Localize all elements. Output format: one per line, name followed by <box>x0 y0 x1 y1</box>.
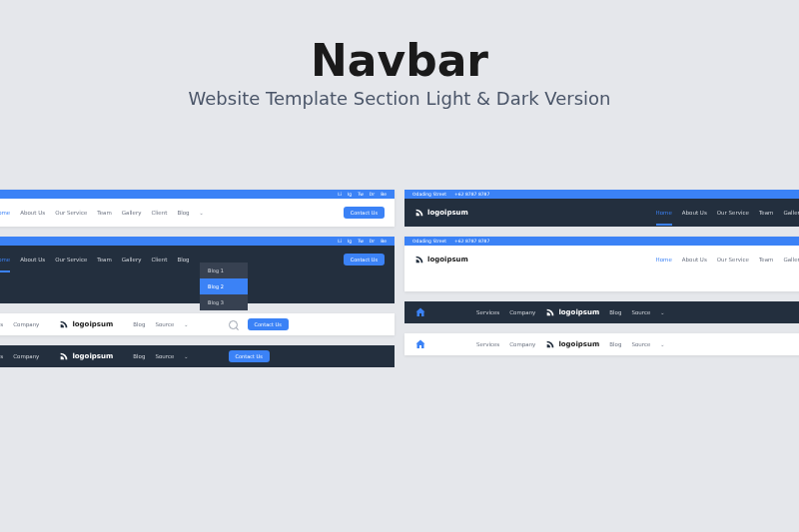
chevron-down-icon: ⌄ <box>660 309 664 315</box>
nav-about[interactable]: About Us <box>20 257 45 263</box>
navbar-variant-5-dark: Odading Street +62 8787 8787 logoipsum H… <box>404 190 799 227</box>
nav-home[interactable]: Home <box>0 257 10 263</box>
contact-button[interactable]: Contact Us <box>248 318 289 330</box>
nav-home[interactable]: Home <box>656 257 672 263</box>
contact-street: Odading Street <box>412 192 446 197</box>
nav-blog[interactable]: Blog <box>177 257 189 263</box>
social-link-li[interactable]: Li <box>338 192 342 197</box>
home-icon[interactable] <box>414 338 426 350</box>
nav-client[interactable]: Client <box>151 257 167 263</box>
social-link-dr[interactable]: Dr <box>370 192 375 197</box>
nav-blog[interactable]: Blog <box>133 321 145 327</box>
nav-service[interactable]: Our Service <box>55 210 87 216</box>
brand-name: logoipsum <box>558 340 599 348</box>
nav-about[interactable]: About Us <box>20 210 45 216</box>
nav-team[interactable]: Team <box>97 257 112 263</box>
nav-about[interactable]: About Us <box>682 257 707 263</box>
nav-service[interactable]: Our Service <box>55 257 87 263</box>
nav-blog[interactable]: Blog <box>177 210 189 216</box>
brand-logo[interactable]: logoipsum <box>414 255 468 265</box>
nav-services[interactable]: Services <box>0 321 3 327</box>
contact-topbar: Odading Street +62 8787 8787 <box>404 237 799 246</box>
search-icon[interactable] <box>229 320 238 329</box>
nav-source[interactable]: Source <box>631 341 650 347</box>
contact-phone: +62 8787 8787 <box>454 239 489 244</box>
logo-icon <box>59 319 69 329</box>
nav-blog[interactable]: Blog <box>133 353 145 359</box>
nav-blog[interactable]: Blog <box>609 309 621 315</box>
chevron-down-icon: ⌄ <box>184 353 188 359</box>
page-title: Navbar <box>0 0 799 86</box>
nav-source[interactable]: Source <box>631 309 650 315</box>
contact-button[interactable]: Contact Us <box>229 350 270 362</box>
nav-gallery[interactable]: Gallery <box>122 210 142 216</box>
contact-button[interactable]: Contact Us <box>344 207 385 219</box>
chevron-down-icon: ⌄ <box>200 210 204 216</box>
nav-blog[interactable]: Blog <box>609 341 621 347</box>
brand-name: logoipsum <box>72 320 113 328</box>
nav-service[interactable]: Our Service <box>717 210 749 216</box>
nav-company[interactable]: Company <box>509 309 535 315</box>
dropdown-item-blog2[interactable]: Blog 2 <box>200 278 248 294</box>
contact-street: Odading Street <box>412 239 446 244</box>
main-nav: logoipsum Home About Us Our Service Team… <box>404 199 799 227</box>
nav-about[interactable]: About Us <box>682 210 707 216</box>
nav-team[interactable]: Team <box>759 257 774 263</box>
nav-company[interactable]: Company <box>509 341 535 347</box>
contact-phone: +62 8787 8787 <box>454 192 489 197</box>
nav-team[interactable]: Team <box>759 210 774 216</box>
brand-logo[interactable]: logoipsum <box>545 307 599 317</box>
logo-icon <box>545 307 555 317</box>
dropdown-item-blog1[interactable]: Blog 1 <box>200 263 248 278</box>
social-link-be[interactable]: Be <box>381 239 387 244</box>
navbar-variant-4-dark: Services Company logoipsum Blog Source⌄ … <box>0 345 395 367</box>
nav-gallery[interactable]: Gallery <box>783 210 799 216</box>
brand-logo[interactable]: logoipsum <box>59 319 113 329</box>
contact-button[interactable]: Contact Us <box>344 254 385 266</box>
social-link-dr[interactable]: Dr <box>370 239 375 244</box>
nav-team[interactable]: Team <box>97 210 112 216</box>
navbar-variant-2-dark: Li Ig Tw Dr Be Home About Us Our Service… <box>0 237 395 303</box>
chevron-down-icon: ⌄ <box>660 341 664 347</box>
brand-logo[interactable]: logoipsum <box>414 208 468 218</box>
page-subtitle: Website Template Section Light & Dark Ve… <box>0 88 799 109</box>
nav-services[interactable]: Services <box>476 309 499 315</box>
contact-topbar: Odading Street +62 8787 8787 <box>404 190 799 199</box>
nav-source[interactable]: Source <box>155 353 174 359</box>
social-topbar: Li Ig Tw Dr Be <box>0 237 395 246</box>
nav-source[interactable]: Source <box>155 321 174 327</box>
social-link-tw[interactable]: Tw <box>358 192 364 197</box>
social-link-li[interactable]: Li <box>338 239 342 244</box>
social-topbar: Li Ig Tw Dr Be <box>0 190 395 199</box>
social-link-ig[interactable]: Ig <box>348 239 352 244</box>
nav-gallery[interactable]: Gallery <box>122 257 142 263</box>
chevron-down-icon: ⌄ <box>184 321 188 327</box>
dropdown-item-blog3[interactable]: Blog 3 <box>200 294 248 310</box>
brand-name: logoipsum <box>427 209 468 217</box>
navbar-variant-1-light: Li Ig Tw Dr Be Home About Us Our Service… <box>0 190 395 227</box>
blog-dropdown: Blog 1 Blog 2 Blog 3 <box>200 263 248 310</box>
nav-service[interactable]: Our Service <box>717 257 749 263</box>
navbar-variant-6-light: Odading Street +62 8787 8787 logoipsum H… <box>404 237 799 291</box>
nav-services[interactable]: Services <box>0 353 3 359</box>
logo-icon <box>414 255 424 265</box>
nav-home[interactable]: Home <box>0 210 10 216</box>
social-link-be[interactable]: Be <box>381 192 387 197</box>
nav-company[interactable]: Company <box>13 353 39 359</box>
nav-client[interactable]: Client <box>151 210 167 216</box>
brand-logo[interactable]: logoipsum <box>59 351 113 361</box>
nav-gallery[interactable]: Gallery <box>783 257 799 263</box>
centered-nav: Services Company logoipsum Blog Source⌄ … <box>0 313 395 335</box>
nav-services[interactable]: Services <box>476 341 499 347</box>
main-nav: Home About Us Our Service Team Gallery C… <box>0 246 395 273</box>
social-link-ig[interactable]: Ig <box>348 192 352 197</box>
nav-company[interactable]: Company <box>13 321 39 327</box>
navbar-variant-7-dark: Services Company logoipsum Blog Source⌄ <box>404 301 799 323</box>
navbar-variant-3-light: Services Company logoipsum Blog Source⌄ … <box>0 313 395 335</box>
brand-logo[interactable]: logoipsum <box>545 339 599 349</box>
home-icon[interactable] <box>414 306 426 318</box>
centered-nav: Services Company logoipsum Blog Source⌄ <box>404 333 799 355</box>
nav-home[interactable]: Home <box>656 210 672 216</box>
social-link-tw[interactable]: Tw <box>358 239 364 244</box>
brand-name: logoipsum <box>72 352 113 360</box>
